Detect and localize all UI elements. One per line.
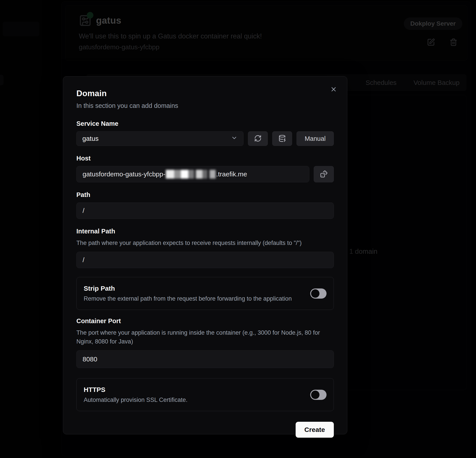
internal-path-input[interactable] (76, 252, 334, 268)
strip-path-card: Strip Path Remove the external path from… (76, 277, 334, 310)
host-value-suffix: .traefik.me (216, 170, 247, 178)
https-toggle[interactable] (310, 390, 327, 400)
strip-path-toggle[interactable] (310, 289, 327, 299)
container-port-label: Container Port (76, 317, 334, 325)
internal-path-description: The path where your application expects … (76, 238, 334, 247)
https-toggle-thumb (311, 391, 319, 399)
host-row: gatusfordemo-gatus-yfcbpp- .traefik.me (76, 166, 334, 182)
strip-path-toggle-thumb (311, 289, 319, 298)
generate-random-domain-button[interactable] (314, 166, 334, 182)
container-port-description: The port where your application is runni… (76, 328, 334, 346)
app-root: gatus We'll use this to spin up a Gatus … (0, 0, 476, 458)
service-name-label: Service Name (76, 120, 334, 127)
fetch-from-database-button[interactable] (272, 131, 292, 146)
https-card: HTTPS Automatically provision SSL Certif… (76, 378, 334, 411)
service-name-value: gatus (82, 135, 98, 142)
refresh-services-button[interactable] (248, 131, 268, 146)
path-label: Path (76, 191, 334, 199)
strip-path-text: Strip Path Remove the external path from… (84, 285, 292, 302)
redacted-host-segment (166, 169, 216, 179)
host-input[interactable]: gatusfordemo-gatus-yfcbpp- .traefik.me (76, 166, 309, 182)
refresh-icon (254, 135, 262, 143)
https-text: HTTPS Automatically provision SSL Certif… (84, 386, 187, 403)
create-button[interactable]: Create (296, 422, 334, 438)
modal-description: In this section you can add domains (76, 102, 334, 109)
strip-path-title: Strip Path (84, 285, 292, 292)
host-value-prefix: gatusfordemo-gatus-yfcbpp- (83, 170, 165, 178)
chevron-down-icon (231, 135, 238, 143)
close-icon[interactable] (330, 86, 337, 93)
host-label: Host (76, 155, 334, 162)
https-description: Automatically provision SSL Certificate. (84, 396, 187, 403)
domain-modal: Domain In this section you can add domai… (63, 76, 347, 434)
container-port-input[interactable] (76, 350, 334, 368)
internal-path-label: Internal Path (76, 228, 334, 235)
database-zap-icon (278, 135, 286, 143)
service-name-select[interactable]: gatus (76, 131, 244, 146)
manual-button[interactable]: Manual (297, 131, 334, 146)
modal-title: Domain (76, 89, 334, 98)
strip-path-description: Remove the external path from the reques… (84, 295, 292, 302)
https-title: HTTPS (84, 386, 187, 393)
dices-icon (320, 170, 328, 178)
service-name-row: gatus Manual (76, 131, 334, 146)
path-input[interactable] (76, 203, 334, 219)
modal-footer: Create (76, 422, 334, 438)
